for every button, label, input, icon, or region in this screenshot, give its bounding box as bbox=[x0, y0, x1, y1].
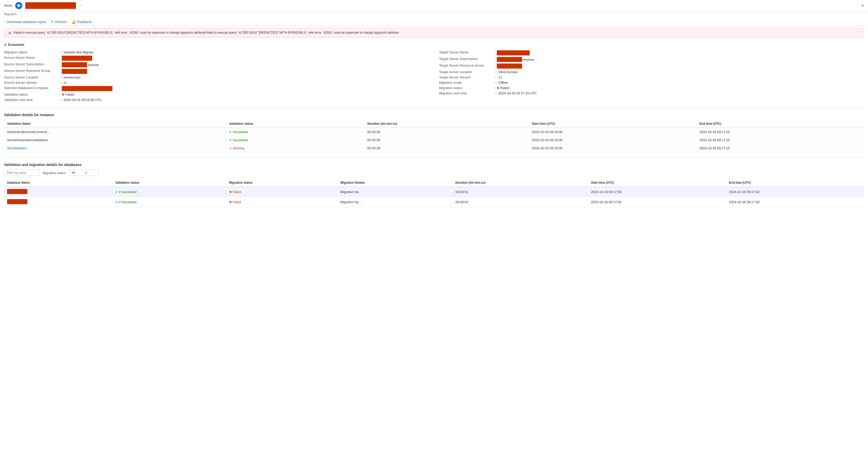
selected-dbs-redacted bbox=[62, 86, 113, 91]
download-button[interactable]: ↓ Download validation report bbox=[4, 20, 46, 24]
field-value-migration-option: : Validate and Migrate bbox=[60, 51, 93, 54]
table-row: ServerParametersValidation ✔ Succeeded 0… bbox=[4, 136, 864, 144]
colon-srg: : bbox=[60, 70, 61, 73]
field-validation-status: Validation status : ✖ Failed bbox=[4, 92, 429, 97]
field-migration-status: Migration status : ✖ Failed bbox=[439, 85, 864, 91]
db-validation-icon: ✔ bbox=[115, 200, 118, 204]
essentials-left: Migration option : Validate and Migrate … bbox=[4, 49, 429, 102]
status-dropdown[interactable]: All ∨ bbox=[69, 170, 99, 176]
error-message: Failed to execute query `ALTER ROLE [RED… bbox=[13, 31, 399, 34]
filter-status-label: Migration status bbox=[42, 171, 66, 175]
colon-ssn: : bbox=[60, 57, 61, 60]
db-table: Database Name Validation status Migratio… bbox=[4, 179, 864, 207]
row-name-cell: AuthenticationAndConnecti... bbox=[4, 128, 226, 136]
row-status-cell: ✔ Succeeded bbox=[226, 136, 364, 144]
label-validation-start: Validation start time bbox=[4, 98, 60, 102]
db-validation-text: 4 Succeeded bbox=[119, 200, 136, 204]
error-icon: ⊗ bbox=[8, 31, 11, 35]
field-migration-mode: Migration mode : Offline bbox=[439, 80, 864, 85]
value-source-location: : westeurope bbox=[60, 75, 81, 79]
refresh-label: Refresh bbox=[55, 20, 67, 24]
breadcrumb[interactable]: Home bbox=[4, 4, 12, 7]
field-target-version: Target Server Version : 11 bbox=[439, 75, 864, 80]
db-validation-badge: ✔ 4 Succeeded bbox=[115, 200, 136, 204]
label-target-subscription: Target Server Subscription bbox=[439, 57, 495, 61]
label-source-version: Source Server Version bbox=[4, 81, 60, 85]
status-icon: ⚠ bbox=[229, 146, 232, 150]
db-end-cell: 2024-10-16 09:17:50 bbox=[726, 197, 864, 207]
db-validation-badge: ✔ 4 Succeeded bbox=[115, 190, 136, 194]
divider-1 bbox=[4, 107, 864, 108]
db-migration-icon: ✖ bbox=[229, 200, 232, 204]
status-icon: ✔ bbox=[229, 130, 232, 134]
row-end-cell: 2024-10-16 09:17:15 bbox=[696, 128, 864, 136]
value-target-location: : West Europe bbox=[495, 70, 518, 74]
db-migration-cell: ✖ Failed bbox=[226, 187, 337, 197]
db-validation-cell: ✔ 4 Succeeded bbox=[112, 187, 226, 197]
row-duration-cell: 00:00:38 bbox=[364, 144, 529, 152]
table-row: SkuValidation ⚠ Warning 00:00:38 2024-10… bbox=[4, 144, 864, 152]
target-rg-redacted bbox=[497, 64, 522, 69]
row-duration-cell: 00:00:38 bbox=[364, 128, 529, 136]
colon-ts: : bbox=[495, 58, 496, 62]
label-validation-status: Validation status bbox=[4, 93, 60, 96]
field-label-migration-option: Migration option bbox=[4, 51, 60, 54]
close-button[interactable]: × bbox=[861, 3, 864, 8]
db-section: Validation and migration details for dat… bbox=[0, 160, 868, 210]
error-banner: ⊗ Failed to execute query `ALTER ROLE [R… bbox=[4, 28, 864, 38]
db-validation-text: 4 Succeeded bbox=[119, 190, 136, 194]
col-db-migration-status: Migration status bbox=[226, 179, 337, 187]
db-name-cell bbox=[4, 187, 112, 197]
breadcrumb-home[interactable]: Home bbox=[4, 4, 12, 7]
db-duration-cell: 00:00:01 bbox=[453, 187, 588, 197]
label-source-rg: Source Server Resource Group bbox=[4, 69, 60, 73]
colon-trg: : bbox=[495, 64, 496, 68]
db-migration-cell: ✖ Failed bbox=[226, 197, 337, 207]
filter-bar: Migration status All ∨ bbox=[4, 170, 864, 176]
col-db-end-time: End time (UTC) bbox=[726, 179, 864, 187]
refresh-button[interactable]: ↻ Refresh bbox=[51, 20, 67, 24]
feedback-button[interactable]: 🔔 Feedback bbox=[72, 20, 91, 24]
status-badge: ⚠ Warning bbox=[229, 146, 244, 150]
page-header: Migration bbox=[0, 11, 868, 18]
row-start-cell: 2024-10-16 09:16:38 bbox=[529, 128, 696, 136]
essentials-header[interactable]: ∧ Essentials bbox=[4, 43, 864, 46]
field-target-subscription: Target Server Subscription : terprise bbox=[439, 56, 864, 63]
field-source-version: Source Server Version : 11 bbox=[4, 80, 429, 85]
essentials-right: Target Server Name : Target Server Subsc… bbox=[439, 49, 864, 102]
db-validation-cell: ✔ 4 Succeeded bbox=[112, 197, 226, 207]
refresh-icon: ↻ bbox=[51, 20, 54, 24]
label-selected-dbs: Selected databases to migrate bbox=[4, 86, 60, 90]
filter-input[interactable] bbox=[4, 170, 39, 176]
target-server-name-redacted bbox=[497, 51, 530, 56]
download-icon: ↓ bbox=[4, 20, 6, 24]
status-text: Succeeded bbox=[233, 130, 248, 134]
col-validation-name: Validation Name bbox=[4, 120, 226, 128]
field-source-rg: Source Server Resource Group : bbox=[4, 68, 429, 75]
source-subscription-suffix: terprise bbox=[88, 63, 99, 67]
value-source-version: : 11 bbox=[60, 81, 67, 85]
field-target-rg: Target Server Resource Group : bbox=[439, 63, 864, 69]
col-db-start-time: Start time (UTC) bbox=[588, 179, 726, 187]
label-source-location: Source Server Location bbox=[4, 75, 60, 79]
divider-2 bbox=[4, 157, 864, 158]
validation-status-icon: ✖ bbox=[62, 93, 64, 96]
status-badge: ✔ Succeeded bbox=[229, 138, 248, 142]
db-details-cell: Migration fai... bbox=[337, 187, 453, 197]
colon-vs: : bbox=[60, 93, 61, 96]
db-start-cell: 2024-10-16 09:17:50 bbox=[588, 187, 726, 197]
essentials-grid: Migration option : Validate and Migrate … bbox=[4, 49, 864, 102]
colon-ss: : bbox=[60, 63, 61, 67]
target-subscription-redacted bbox=[497, 57, 522, 62]
svg-point-0 bbox=[17, 4, 20, 7]
table-row: ✔ 4 Succeeded ✖ Failed Migration fai... … bbox=[4, 197, 864, 207]
label-target-version: Target Server Version bbox=[439, 75, 495, 79]
validation-instance-table: Validation Name Validation status Durati… bbox=[4, 120, 864, 152]
more-options-button[interactable]: ··· bbox=[79, 3, 82, 8]
essentials-section: ∧ Essentials Migration option : Validate… bbox=[0, 40, 868, 105]
migration-status-icon: ✖ bbox=[497, 86, 499, 90]
row-end-cell: 2024-10-16 09:17:15 bbox=[696, 136, 864, 144]
validation-name-link[interactable]: SkuValidation bbox=[7, 146, 27, 150]
value-target-version: : 11 bbox=[495, 75, 502, 79]
source-server-name-redacted bbox=[62, 56, 92, 61]
